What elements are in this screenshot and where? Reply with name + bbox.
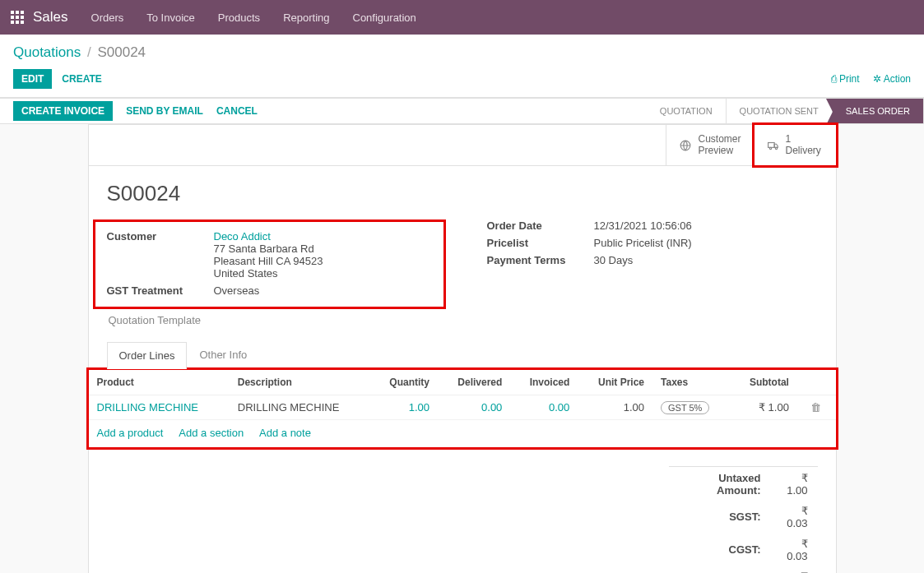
print-button[interactable]: ⎙Print: [831, 73, 860, 85]
customer-link[interactable]: Deco Addict: [214, 230, 271, 243]
create-button[interactable]: CREATE: [62, 73, 101, 85]
control-panel: Quotations / S00024 EDIT CREATE ⎙Print ✲…: [0, 35, 924, 98]
th-product: Product: [89, 370, 230, 395]
th-quantity: Quantity: [370, 370, 438, 395]
add-links: Add a product Add a section Add a note: [89, 420, 836, 447]
action-label: Action: [884, 73, 911, 85]
customer-preview-label: CustomerPreview: [698, 133, 741, 157]
orderdate-value: 12/31/2021 10:56:06: [594, 219, 818, 232]
untaxed-value: ₹ 1.00: [771, 469, 816, 500]
gear-icon: ✲: [873, 73, 881, 85]
svg-point-2: [769, 147, 771, 149]
menu-products[interactable]: Products: [218, 12, 260, 24]
customer-value: Deco Addict 77 Santa Barbara Rd Pleasant…: [214, 230, 432, 280]
cell-taxes: GST 5%: [652, 395, 731, 419]
cell-subtotal: ₹ 1.00: [731, 395, 797, 419]
form-sheet: CustomerPreview 1 Delivery S00024 Custom…: [88, 124, 837, 573]
top-navbar: Sales Orders To Invoice Products Reporti…: [0, 0, 924, 35]
status-steps: QUOTATION QUOTATION SENT SALES ORDER: [647, 99, 924, 123]
status-bar: CREATE INVOICE SEND BY EMAIL CANCEL QUOT…: [0, 98, 924, 124]
order-lines-highlight: Product Description Quantity Delivered I…: [86, 367, 838, 450]
send-email-button[interactable]: SEND BY EMAIL: [126, 105, 203, 117]
delivery-text: 1 Delivery: [786, 133, 821, 157]
button-box: CustomerPreview 1 Delivery: [89, 125, 836, 166]
customer-addr1: 77 Santa Barbara Rd: [214, 243, 314, 255]
breadcrumb-sep: /: [87, 44, 91, 60]
customer-block-highlight: Customer Deco Addict 77 Santa Barbara Rd…: [93, 219, 446, 309]
menu-configuration[interactable]: Configuration: [353, 12, 416, 24]
table-row[interactable]: DRILLING MECHINE DRILLING MECHINE 1.00 0…: [89, 395, 836, 419]
print-icon: ⎙: [831, 73, 837, 85]
breadcrumb-current: S00024: [97, 44, 146, 60]
orderdate-label: Order Date: [487, 219, 594, 232]
add-section-link[interactable]: Add a section: [179, 427, 244, 439]
th-delivered: Delivered: [438, 370, 510, 395]
record-title: S00024: [107, 181, 818, 206]
untaxed-label: Untaxed Amount:: [671, 469, 769, 500]
customer-label: Customer: [107, 230, 214, 280]
cgst-label: CGST:: [671, 534, 769, 566]
cell-description: DRILLING MECHINE: [230, 395, 370, 419]
customer-addr2: Pleasant Hill CA 94523: [214, 255, 323, 267]
truck-icon: [768, 137, 779, 152]
breadcrumb: Quotations / S00024: [0, 35, 924, 66]
pricelist-label: Pricelist: [487, 237, 594, 249]
cell-quantity[interactable]: 1.00: [370, 395, 438, 419]
action-button[interactable]: ✲Action: [873, 73, 911, 85]
print-label: Print: [839, 73, 860, 85]
trash-icon[interactable]: 🗑: [810, 401, 821, 414]
toolbar: EDIT CREATE ⎙Print ✲Action: [0, 66, 924, 97]
breadcrumb-parent[interactable]: Quotations: [13, 44, 81, 60]
th-description: Description: [230, 370, 370, 395]
tab-other-info[interactable]: Other Info: [187, 341, 259, 368]
th-invoiced: Invoiced: [510, 370, 578, 395]
status-quotation-sent[interactable]: QUOTATION SENT: [727, 99, 833, 123]
tax-tag: GST 5%: [661, 401, 709, 414]
total-label: Total:: [671, 567, 769, 573]
th-taxes: Taxes: [652, 370, 731, 395]
sgst-label: SGST:: [671, 501, 769, 533]
gst-label: GST Treatment: [107, 284, 214, 297]
payment-value: 30 Days: [594, 254, 818, 266]
menu-to-invoice[interactable]: To Invoice: [146, 12, 195, 24]
globe-icon: [680, 137, 691, 152]
create-invoice-button[interactable]: CREATE INVOICE: [13, 101, 113, 121]
quotation-template-label: Quotation Template: [107, 314, 438, 326]
menu-reporting[interactable]: Reporting: [283, 12, 329, 24]
status-sales-order[interactable]: SALES ORDER: [833, 99, 924, 123]
payment-label: Payment Terms: [487, 254, 594, 266]
add-product-link[interactable]: Add a product: [97, 427, 164, 439]
status-quotation[interactable]: QUOTATION: [647, 99, 727, 123]
customer-preview-button[interactable]: CustomerPreview: [666, 125, 754, 165]
totals: Untaxed Amount: ₹ 1.00 SGST: ₹ 0.03 CGST…: [89, 450, 836, 573]
cell-unitprice: 1.00: [578, 395, 652, 419]
delivery-button[interactable]: 1 Delivery: [752, 122, 838, 168]
customer-addr3: United States: [214, 267, 278, 280]
pricelist-value: Public Pricelist (INR): [594, 237, 818, 249]
sgst-value: ₹ 0.03: [771, 501, 816, 533]
tabs: Order Lines Other Info: [107, 341, 818, 368]
total-value: ₹ 1.06: [771, 567, 816, 573]
order-lines-table: Product Description Quantity Delivered I…: [89, 370, 836, 420]
add-note-link[interactable]: Add a note: [259, 427, 311, 439]
th-subtotal: Subtotal: [731, 370, 797, 395]
cell-product[interactable]: DRILLING MECHINE: [89, 395, 230, 419]
cell-invoiced[interactable]: 0.00: [510, 395, 578, 419]
cell-delivered[interactable]: 0.00: [438, 395, 510, 419]
edit-button[interactable]: EDIT: [13, 69, 52, 89]
th-unitprice: Unit Price: [578, 370, 652, 395]
svg-rect-1: [768, 143, 774, 148]
app-brand[interactable]: Sales: [33, 9, 68, 25]
tab-order-lines[interactable]: Order Lines: [107, 342, 188, 369]
cancel-button[interactable]: CANCEL: [216, 105, 258, 117]
gst-value: Overseas: [214, 284, 432, 297]
menu-orders[interactable]: Orders: [91, 12, 124, 24]
apps-icon[interactable]: [10, 10, 25, 25]
delivery-count: 1: [786, 133, 821, 145]
cgst-value: ₹ 0.03: [771, 534, 816, 566]
svg-point-3: [775, 147, 777, 149]
delivery-label: Delivery: [786, 145, 821, 156]
